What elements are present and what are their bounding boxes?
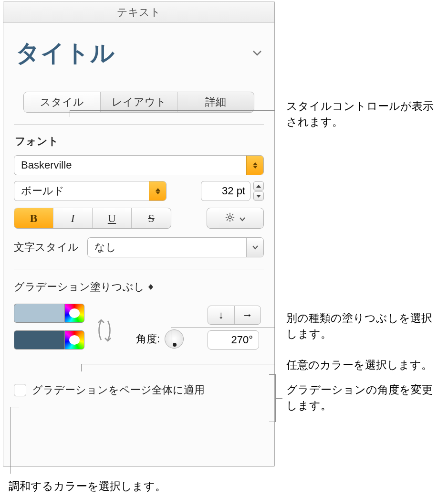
leader-line	[10, 407, 19, 407]
gradient-color-1-well[interactable]	[14, 304, 64, 323]
apply-to-page-label: グラデーションをページ全体に適用	[32, 383, 205, 397]
gradient-direction-buttons: ↓ →	[208, 306, 261, 325]
font-size-stepper[interactable]	[253, 181, 264, 201]
font-section-label: フォント	[15, 134, 263, 148]
annotation-angle: グラデーションの角度を変更します。	[286, 382, 439, 414]
chevron-down-icon	[252, 48, 262, 59]
advanced-options-button[interactable]	[207, 208, 264, 229]
leader-line	[276, 398, 282, 399]
bracket-icon	[269, 374, 276, 422]
updown-icon	[148, 284, 153, 290]
paragraph-style-popup[interactable]: タイトル	[14, 32, 264, 80]
direction-horizontal-button[interactable]: →	[235, 306, 261, 324]
text-style-buttons: B I U S	[14, 208, 171, 229]
color-picker-2-button[interactable]	[64, 330, 84, 350]
leader-line	[171, 328, 171, 344]
fill-type-label: グラデーション塗りつぶし	[14, 280, 145, 294]
svg-point-0	[229, 216, 231, 219]
paragraph-style-label: タイトル	[16, 37, 115, 69]
leader-line	[171, 328, 275, 328]
leader-line	[70, 110, 70, 117]
font-family-select[interactable]: Baskerville	[14, 155, 264, 175]
svg-line-8	[232, 214, 233, 215]
svg-line-5	[227, 214, 228, 215]
panel-title: テキスト	[3, 1, 274, 23]
svg-line-7	[227, 219, 228, 221]
leader-line	[10, 407, 11, 474]
chevron-down-icon	[239, 212, 246, 224]
color-picker-1-button[interactable]	[64, 304, 84, 323]
annotation-style-tab: スタイルコントロールが表示されます。	[286, 98, 439, 130]
italic-button[interactable]: I	[53, 208, 93, 228]
stepper-down-icon[interactable]	[253, 191, 264, 201]
updown-icon	[149, 181, 166, 201]
leader-line	[81, 364, 82, 371]
tab-style[interactable]: スタイル	[24, 92, 101, 112]
updown-icon	[246, 156, 263, 175]
annotation-any-color: 任意のカラーを選択します。	[286, 357, 444, 373]
text-tabs: スタイル レイアウト 詳細	[23, 92, 254, 113]
text-inspector-panel: テキスト タイトル スタイル レイアウト 詳細 フォント Baskerville…	[3, 1, 275, 467]
svg-line-6	[232, 219, 233, 221]
direction-vertical-button[interactable]: ↓	[208, 306, 235, 324]
gradient-color-2-well[interactable]	[14, 330, 64, 350]
chevron-down-icon	[246, 238, 263, 257]
leader-line	[81, 364, 275, 364]
underline-button[interactable]: U	[93, 208, 132, 228]
bold-button[interactable]: B	[14, 208, 53, 228]
font-size-field[interactable]: 32 pt	[201, 181, 250, 201]
tab-layout[interactable]: レイアウト	[101, 92, 177, 112]
character-style-select[interactable]: なし	[87, 237, 264, 257]
stepper-up-icon[interactable]	[253, 181, 264, 191]
font-family-value: Baskerville	[21, 159, 72, 171]
tab-more[interactable]: 詳細	[177, 92, 254, 112]
character-style-label: 文字スタイル	[14, 240, 79, 254]
leader-line	[70, 110, 275, 111]
angle-dial[interactable]	[165, 329, 184, 349]
gear-icon	[225, 212, 235, 225]
annotation-fill-type: 別の種類の塗りつぶしを選択します。	[286, 310, 439, 342]
angle-label: 角度:	[136, 332, 160, 346]
angle-field[interactable]: 270°	[208, 330, 259, 350]
font-weight-select[interactable]: ボールド	[14, 181, 167, 201]
character-style-value: なし	[94, 240, 116, 254]
annotation-match-color: 調和するカラーを選択します。	[9, 478, 209, 494]
strikethrough-button[interactable]: S	[132, 208, 171, 228]
fill-type-popup[interactable]: グラデーション塗りつぶし	[14, 280, 264, 294]
apply-to-page-checkbox[interactable]	[14, 384, 26, 396]
font-weight-value: ボールド	[21, 184, 64, 198]
swap-colors-button[interactable]	[94, 317, 115, 344]
